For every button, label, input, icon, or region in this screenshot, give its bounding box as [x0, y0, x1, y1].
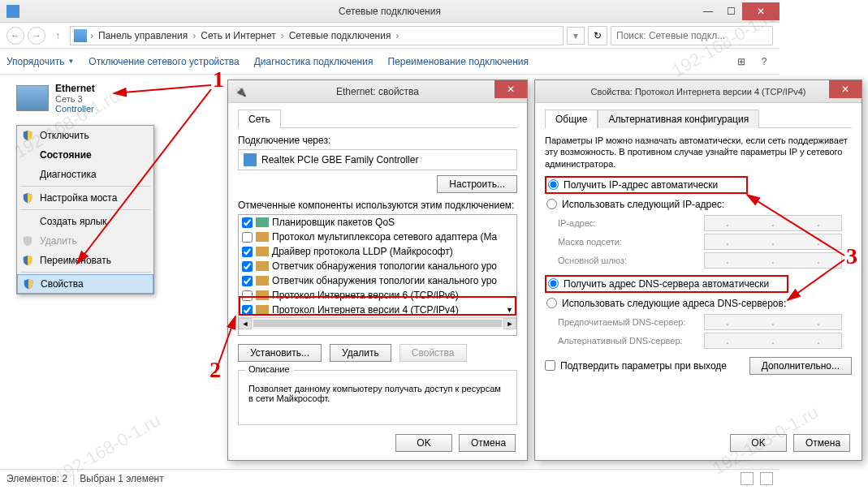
breadcrumb-item[interactable]: Панель управления	[97, 30, 189, 41]
component-icon	[256, 261, 269, 271]
back-button[interactable]: ←	[6, 27, 24, 45]
window-title: Сетевые подключения	[339, 6, 441, 17]
close-button[interactable]: ✕	[742, 2, 779, 20]
configure-button[interactable]: Настроить...	[437, 175, 517, 193]
close-button[interactable]: ✕	[829, 80, 862, 98]
adapter-name: Ethernet	[55, 83, 95, 94]
preferred-dns-label: Предпочитаемый DNS-сервер:	[558, 317, 704, 327]
description-label: Описание	[245, 364, 293, 374]
ctx-disable[interactable]: Отключить	[17, 126, 153, 145]
install-button[interactable]: Установить...	[238, 344, 322, 362]
address-bar: ← → ↑ › Панель управления › Сеть и Интер…	[0, 23, 779, 49]
ctx-delete[interactable]: Удалить	[17, 231, 153, 251]
diagnose-button[interactable]: Диагностика подключения	[254, 56, 374, 67]
ok-button[interactable]: OK	[395, 434, 452, 452]
cancel-button[interactable]: Отмена	[459, 434, 516, 452]
component-icon	[256, 247, 269, 256]
component-checkbox[interactable]	[242, 276, 253, 286]
tab-general[interactable]: Общие	[545, 110, 598, 128]
breadcrumb-item[interactable]: Сеть и Интернет	[199, 30, 277, 41]
ctx-shortcut[interactable]: Создать ярлык	[17, 212, 153, 231]
dropdown-button[interactable]: ▾	[567, 27, 585, 45]
radio-manual-ip[interactable]: Использовать следующий IP-адрес:	[545, 197, 852, 212]
ctx-properties[interactable]: Свойства	[17, 274, 153, 294]
component-checkbox[interactable]	[242, 232, 253, 243]
cancel-button[interactable]: Отмена	[793, 434, 850, 452]
separator	[20, 272, 150, 273]
scroll-right-button[interactable]: ►	[503, 318, 516, 329]
ip-address-label: IP-адрес:	[558, 218, 704, 228]
ip-address-input: ...	[704, 215, 842, 231]
forward-button[interactable]: →	[28, 27, 45, 45]
alternate-dns-label: Альтернативный DNS-сервер:	[558, 336, 704, 346]
component-item[interactable]: Ответчик обнаружения топологии канальног…	[239, 273, 516, 288]
search-input[interactable]	[611, 26, 773, 45]
tiles-view-button[interactable]	[760, 472, 773, 485]
ok-button[interactable]: OK	[730, 434, 787, 452]
component-item[interactable]: Планировщик пакетов QoS	[239, 215, 516, 230]
components-list[interactable]: Планировщик пакетов QoS Протокол мультип…	[238, 214, 517, 336]
network-icon: 🔌	[235, 86, 247, 97]
advanced-button[interactable]: Дополнительно...	[749, 357, 852, 375]
checkbox[interactable]	[545, 360, 555, 371]
radio-input[interactable]	[546, 298, 557, 308]
tcpipv4-properties-dialog: Свойства: Протокол Интернета версии 4 (T…	[534, 80, 862, 461]
horizontal-scrollbar[interactable]: ◄ ►	[239, 317, 516, 329]
organize-menu[interactable]: Упорядочить▼	[6, 56, 74, 67]
component-item[interactable]: Ответчик обнаружения топологии канальног…	[239, 259, 516, 273]
status-bar: Элементов: 2 | Выбран 1 элемент	[0, 469, 779, 487]
annotation-highlight	[239, 296, 516, 316]
component-item[interactable]: Протокол мультиплексора сетевого адаптер…	[239, 230, 516, 244]
radio-input[interactable]	[548, 179, 559, 190]
confirm-on-exit[interactable]: Подтвердить параметры при выходе Дополни…	[545, 357, 852, 375]
breadcrumb[interactable]: › Панель управления › Сеть и Интернет › …	[70, 26, 564, 45]
description-group: Описание Позволяет данному компьютеру по…	[238, 370, 517, 425]
rename-button[interactable]: Переименование подключения	[387, 56, 529, 67]
shield-icon	[23, 278, 34, 290]
maximize-button[interactable]: ☐	[719, 2, 742, 20]
component-item[interactable]: Драйвер протокола LLDP (Майкрософт)	[239, 244, 516, 259]
radio-input[interactable]	[548, 278, 559, 289]
scroll-thumb[interactable]	[253, 320, 502, 327]
refresh-button[interactable]: ↻	[588, 26, 607, 45]
ctx-rename[interactable]: Переименовать	[17, 251, 153, 270]
component-icon	[256, 232, 269, 242]
component-checkbox[interactable]	[242, 217, 253, 228]
shield-icon	[22, 255, 33, 266]
network-adapter-icon	[16, 85, 49, 111]
close-button[interactable]: ✕	[494, 80, 527, 98]
titlebar: Сетевые подключения — ☐ ✕	[0, 0, 779, 23]
properties-button[interactable]: Свойства	[399, 344, 467, 362]
ctx-status[interactable]: Состояние	[17, 145, 153, 165]
separator	[20, 209, 150, 210]
scroll-left-button[interactable]: ◄	[239, 318, 252, 329]
ethernet-adapter-item[interactable]: Ethernet Сеть 3 Controller	[16, 83, 95, 114]
ctx-diagnose[interactable]: Диагностика	[17, 165, 153, 184]
details-view-button[interactable]	[741, 472, 754, 485]
tab-network[interactable]: Сеть	[238, 110, 281, 128]
radio-manual-dns[interactable]: Использовать следующие адреса DNS-сервер…	[545, 296, 852, 311]
ctx-bridge[interactable]: Настройка моста	[17, 188, 153, 208]
disable-device-button[interactable]: Отключение сетевого устройства	[89, 56, 239, 67]
component-checkbox[interactable]	[242, 247, 253, 257]
radio-input[interactable]	[546, 199, 557, 209]
alternate-dns-input: ...	[704, 333, 842, 349]
adapter-controller: Controller	[55, 104, 95, 114]
radio-auto-ip[interactable]: Получить IP-адрес автоматически	[545, 176, 748, 194]
uninstall-button[interactable]: Удалить	[330, 344, 391, 362]
up-button[interactable]: ↑	[49, 27, 67, 45]
minimize-button[interactable]: —	[697, 2, 719, 20]
component-checkbox[interactable]	[242, 261, 253, 272]
tab-alternative[interactable]: Альтернативная конфигурация	[598, 110, 759, 128]
gateway-input: ...	[704, 252, 842, 269]
view-button[interactable]: ⊞	[732, 53, 750, 71]
dialog-title: Ethernet: свойства	[336, 86, 419, 97]
chevron-right-icon: ›	[281, 30, 284, 41]
item-count: Элементов: 2	[6, 473, 67, 484]
dialog-title: Свойства: Протокол Интернета версии 4 (T…	[590, 87, 805, 97]
annotation-number-3: 3	[846, 243, 857, 269]
help-button[interactable]: ?	[755, 53, 773, 71]
chevron-right-icon: ›	[192, 30, 196, 41]
breadcrumb-item[interactable]: Сетевые подключения	[287, 30, 393, 41]
radio-auto-dns[interactable]: Получить адрес DNS-сервера автоматически	[545, 275, 788, 293]
